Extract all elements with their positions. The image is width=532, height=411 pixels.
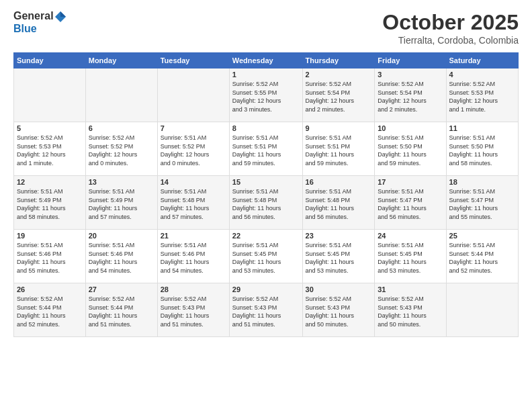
calendar-week-row: 1Sunrise: 5:52 AM Sunset: 5:55 PM Daylig… xyxy=(14,68,519,122)
day-number: 5 xyxy=(17,124,83,132)
calendar-day-cell: 21Sunrise: 5:51 AM Sunset: 5:46 PM Dayli… xyxy=(157,230,229,283)
day-number: 9 xyxy=(306,124,372,132)
calendar-day-cell: 3Sunrise: 5:52 AM Sunset: 5:54 PM Daylig… xyxy=(375,68,446,122)
day-info: Sunrise: 5:51 AM Sunset: 5:48 PM Dayligh… xyxy=(232,187,300,221)
day-info: Sunrise: 5:52 AM Sunset: 5:54 PM Dayligh… xyxy=(306,80,372,113)
calendar-day-cell: 22Sunrise: 5:51 AM Sunset: 5:45 PM Dayli… xyxy=(229,230,302,283)
day-number: 15 xyxy=(232,178,300,186)
day-info: Sunrise: 5:52 AM Sunset: 5:53 PM Dayligh… xyxy=(17,134,83,167)
logo-general: General xyxy=(13,10,54,21)
page-container: General Blue October 2025 Tierralta, Cor… xyxy=(0,0,532,344)
calendar-day-cell xyxy=(157,68,229,122)
calendar-day-cell: 2Sunrise: 5:52 AM Sunset: 5:54 PM Daylig… xyxy=(302,68,375,122)
calendar-table: Sunday Monday Tuesday Wednesday Thursday… xyxy=(13,52,519,337)
location: Tierralta, Cordoba, Colombia xyxy=(382,35,519,46)
day-info: Sunrise: 5:52 AM Sunset: 5:43 PM Dayligh… xyxy=(306,295,372,328)
calendar-week-row: 12Sunrise: 5:51 AM Sunset: 5:49 PM Dayli… xyxy=(14,176,519,230)
day-number: 30 xyxy=(306,285,372,293)
day-number: 22 xyxy=(232,232,300,240)
calendar-day-cell: 10Sunrise: 5:51 AM Sunset: 5:50 PM Dayli… xyxy=(375,122,446,176)
calendar-day-cell: 28Sunrise: 5:52 AM Sunset: 5:43 PM Dayli… xyxy=(157,283,229,337)
title-block: October 2025 Tierralta, Cordoba, Colombi… xyxy=(382,10,519,46)
day-info: Sunrise: 5:51 AM Sunset: 5:44 PM Dayligh… xyxy=(449,241,515,275)
day-number: 4 xyxy=(449,71,515,79)
calendar-week-row: 19Sunrise: 5:51 AM Sunset: 5:46 PM Dayli… xyxy=(14,230,519,283)
day-info: Sunrise: 5:52 AM Sunset: 5:55 PM Dayligh… xyxy=(232,80,300,113)
day-info: Sunrise: 5:51 AM Sunset: 5:46 PM Dayligh… xyxy=(161,241,226,275)
day-info: Sunrise: 5:51 AM Sunset: 5:48 PM Dayligh… xyxy=(306,187,372,221)
day-number: 29 xyxy=(232,285,300,293)
calendar-day-cell: 14Sunrise: 5:51 AM Sunset: 5:48 PM Dayli… xyxy=(157,176,229,230)
day-number: 24 xyxy=(378,232,443,240)
col-monday: Monday xyxy=(85,53,157,68)
calendar-day-cell: 23Sunrise: 5:51 AM Sunset: 5:45 PM Dayli… xyxy=(302,230,375,283)
svg-marker-1 xyxy=(60,11,66,17)
calendar-day-cell xyxy=(446,283,518,337)
day-number: 7 xyxy=(161,124,226,132)
day-number: 28 xyxy=(161,285,226,293)
calendar-day-cell: 8Sunrise: 5:51 AM Sunset: 5:51 PM Daylig… xyxy=(229,122,302,176)
day-info: Sunrise: 5:52 AM Sunset: 5:43 PM Dayligh… xyxy=(161,295,226,328)
day-info: Sunrise: 5:52 AM Sunset: 5:52 PM Dayligh… xyxy=(89,134,154,167)
day-info: Sunrise: 5:52 AM Sunset: 5:44 PM Dayligh… xyxy=(89,295,154,328)
calendar-day-cell: 18Sunrise: 5:51 AM Sunset: 5:47 PM Dayli… xyxy=(446,176,518,230)
day-info: Sunrise: 5:51 AM Sunset: 5:52 PM Dayligh… xyxy=(161,134,226,167)
col-sunday: Sunday xyxy=(14,53,86,68)
col-tuesday: Tuesday xyxy=(157,53,229,68)
calendar-day-cell: 13Sunrise: 5:51 AM Sunset: 5:49 PM Dayli… xyxy=(85,176,157,230)
day-number: 3 xyxy=(378,71,443,79)
day-info: Sunrise: 5:52 AM Sunset: 5:54 PM Dayligh… xyxy=(378,80,443,113)
day-info: Sunrise: 5:52 AM Sunset: 5:44 PM Dayligh… xyxy=(17,295,83,328)
calendar-day-cell: 1Sunrise: 5:52 AM Sunset: 5:55 PM Daylig… xyxy=(229,68,302,122)
day-info: Sunrise: 5:51 AM Sunset: 5:49 PM Dayligh… xyxy=(17,187,83,221)
calendar-day-cell: 9Sunrise: 5:51 AM Sunset: 5:51 PM Daylig… xyxy=(302,122,375,176)
day-info: Sunrise: 5:52 AM Sunset: 5:53 PM Dayligh… xyxy=(449,80,515,113)
calendar-day-cell: 5Sunrise: 5:52 AM Sunset: 5:53 PM Daylig… xyxy=(14,122,86,176)
day-number: 18 xyxy=(449,178,515,186)
calendar-header-row: Sunday Monday Tuesday Wednesday Thursday… xyxy=(14,53,519,68)
page-header: General Blue October 2025 Tierralta, Cor… xyxy=(13,10,519,46)
day-number: 6 xyxy=(89,124,154,132)
calendar-week-row: 5Sunrise: 5:52 AM Sunset: 5:53 PM Daylig… xyxy=(14,122,519,176)
logo-blue: Blue xyxy=(13,23,37,34)
calendar-day-cell: 26Sunrise: 5:52 AM Sunset: 5:44 PM Dayli… xyxy=(14,283,86,337)
day-number: 1 xyxy=(232,71,300,79)
day-info: Sunrise: 5:51 AM Sunset: 5:50 PM Dayligh… xyxy=(449,134,515,167)
calendar-day-cell: 4Sunrise: 5:52 AM Sunset: 5:53 PM Daylig… xyxy=(446,68,518,122)
day-number: 2 xyxy=(306,71,372,79)
day-number: 19 xyxy=(17,232,83,240)
day-info: Sunrise: 5:51 AM Sunset: 5:51 PM Dayligh… xyxy=(306,134,372,167)
calendar-day-cell: 15Sunrise: 5:51 AM Sunset: 5:48 PM Dayli… xyxy=(229,176,302,230)
day-info: Sunrise: 5:52 AM Sunset: 5:43 PM Dayligh… xyxy=(378,295,443,328)
calendar-day-cell: 11Sunrise: 5:51 AM Sunset: 5:50 PM Dayli… xyxy=(446,122,518,176)
calendar-day-cell: 17Sunrise: 5:51 AM Sunset: 5:47 PM Dayli… xyxy=(375,176,446,230)
day-number: 17 xyxy=(378,178,443,186)
day-info: Sunrise: 5:51 AM Sunset: 5:51 PM Dayligh… xyxy=(232,134,300,167)
calendar-day-cell: 27Sunrise: 5:52 AM Sunset: 5:44 PM Dayli… xyxy=(85,283,157,337)
day-info: Sunrise: 5:51 AM Sunset: 5:49 PM Dayligh… xyxy=(89,187,154,221)
logo-text: General Blue xyxy=(13,10,67,35)
day-info: Sunrise: 5:51 AM Sunset: 5:45 PM Dayligh… xyxy=(232,241,300,275)
col-saturday: Saturday xyxy=(446,53,518,68)
day-number: 10 xyxy=(378,124,443,132)
calendar-day-cell: 19Sunrise: 5:51 AM Sunset: 5:46 PM Dayli… xyxy=(14,230,86,283)
day-info: Sunrise: 5:52 AM Sunset: 5:43 PM Dayligh… xyxy=(232,295,300,328)
day-number: 11 xyxy=(449,124,515,132)
day-number: 8 xyxy=(232,124,300,132)
day-number: 13 xyxy=(89,178,154,186)
day-info: Sunrise: 5:51 AM Sunset: 5:46 PM Dayligh… xyxy=(89,241,154,275)
col-thursday: Thursday xyxy=(302,53,375,68)
day-info: Sunrise: 5:51 AM Sunset: 5:47 PM Dayligh… xyxy=(449,187,515,221)
day-number: 16 xyxy=(306,178,372,186)
day-info: Sunrise: 5:51 AM Sunset: 5:50 PM Dayligh… xyxy=(378,134,443,167)
day-number: 26 xyxy=(17,285,83,293)
day-number: 14 xyxy=(161,178,226,186)
logo-icon xyxy=(54,11,66,23)
calendar-day-cell xyxy=(85,68,157,122)
col-friday: Friday xyxy=(375,53,446,68)
day-number: 21 xyxy=(161,232,226,240)
day-number: 23 xyxy=(306,232,372,240)
calendar-day-cell: 31Sunrise: 5:52 AM Sunset: 5:43 PM Dayli… xyxy=(375,283,446,337)
col-wednesday: Wednesday xyxy=(229,53,302,68)
day-info: Sunrise: 5:51 AM Sunset: 5:48 PM Dayligh… xyxy=(161,187,226,221)
